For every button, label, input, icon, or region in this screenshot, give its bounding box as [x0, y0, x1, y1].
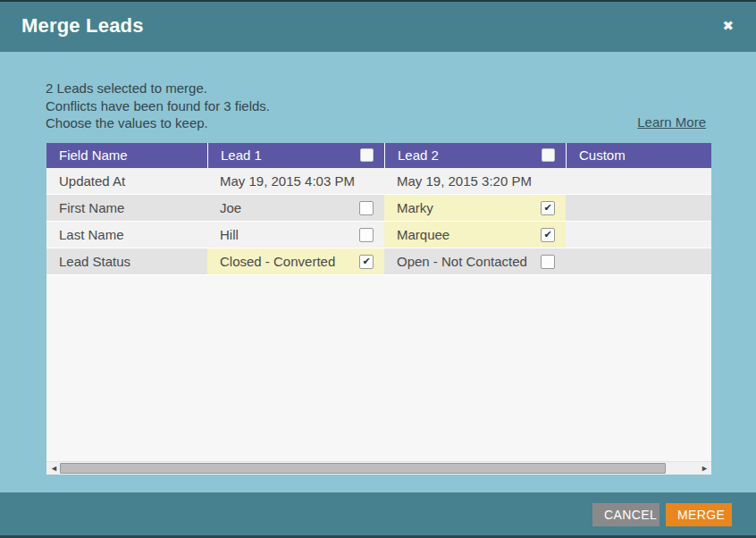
field-name-cell: First Name: [46, 195, 207, 221]
lead1-value-cell: Joe ✔: [207, 195, 384, 221]
column-header-label: Field Name: [59, 147, 128, 163]
custom-value-cell: [566, 195, 711, 221]
field-name-label: First Name: [59, 200, 124, 215]
lead2-value: Marky: [397, 200, 433, 215]
merge-summary: 2 Leads selected to merge. Conflicts hav…: [46, 80, 270, 132]
table-row-lead-status: Lead Status Closed - Converted ✔ Open - …: [46, 248, 711, 275]
field-name-cell: Last Name: [46, 222, 207, 248]
keep-lead2-value-checkbox[interactable]: ✔: [541, 228, 555, 242]
column-header-label: Custom: [579, 147, 626, 163]
cancel-button[interactable]: CANCEL: [592, 503, 659, 526]
custom-value-cell: [566, 248, 711, 274]
table-row-first-name: First Name Joe ✔ Marky ✔: [46, 195, 711, 222]
summary-line-2: Conflicts have been found for 3 fields.: [46, 97, 270, 115]
table-header-row: Field Name Lead 1 ✔ Lead 2 ✔ Custom: [46, 143, 711, 168]
scroll-left-icon[interactable]: ◄: [50, 464, 58, 474]
lead1-value: Closed - Converted: [220, 254, 335, 269]
column-header-label: Lead 2: [398, 147, 439, 163]
lead1-value-cell: Hill ✔: [207, 222, 384, 248]
field-name-label: Last Name: [59, 227, 124, 242]
field-name-label: Updated At: [59, 173, 125, 189]
merge-conflicts-table: Field Name Lead 1 ✔ Lead 2 ✔ Custom Upda: [46, 143, 711, 475]
lead2-value-cell: May 19, 2015 3:20 PM: [384, 168, 566, 194]
lead1-value: Hill: [220, 227, 239, 242]
lead2-value-cell: Open - Not Contacted ✔: [384, 248, 566, 274]
lead2-value-cell: Marky ✔: [384, 195, 566, 221]
table-row-updated-at: Updated At May 19, 2015 4:03 PM May 19, …: [46, 168, 711, 195]
column-header-label: Lead 1: [221, 147, 262, 163]
merge-button[interactable]: MERGE: [666, 503, 732, 526]
keep-lead1-value-checkbox[interactable]: ✔: [359, 228, 374, 242]
check-icon: ✔: [362, 256, 370, 266]
column-header-field-name: Field Name: [46, 143, 207, 168]
horizontal-scrollbar[interactable]: ◄ ►: [46, 461, 711, 475]
close-icon[interactable]: ✖: [722, 19, 734, 32]
keep-lead2-value-checkbox[interactable]: ✔: [541, 201, 555, 215]
custom-value-cell: [566, 222, 711, 248]
dialog-titlebar: Merge Leads ✖: [0, 2, 756, 52]
check-icon: ✔: [543, 203, 551, 213]
keep-lead2-value-checkbox[interactable]: ✔: [541, 255, 555, 269]
select-all-lead2-checkbox[interactable]: ✔: [542, 148, 555, 162]
column-header-custom: Custom: [566, 143, 711, 168]
lead2-value: Marquee: [397, 227, 449, 242]
summary-line-1: 2 Leads selected to merge.: [46, 80, 270, 97]
lead1-value: Joe: [220, 200, 241, 215]
summary-line-3: Choose the values to keep.: [46, 114, 270, 132]
lead1-value-cell: Closed - Converted ✔: [207, 248, 384, 274]
keep-lead1-value-checkbox[interactable]: ✔: [359, 201, 374, 215]
dialog-footer: CANCEL MERGE: [0, 492, 756, 535]
field-name-cell: Lead Status: [46, 248, 207, 274]
select-all-lead1-checkbox[interactable]: ✔: [360, 148, 374, 162]
lead2-value: Open - Not Contacted: [397, 254, 527, 269]
merge-leads-dialog: Merge Leads ✖ 2 Leads selected to merge.…: [0, 0, 756, 538]
lead2-value-cell: Marquee ✔: [384, 222, 566, 248]
field-name-label: Lead Status: [59, 254, 130, 269]
custom-value-cell: [566, 168, 711, 194]
lead2-value: May 19, 2015 3:20 PM: [397, 173, 532, 189]
field-name-cell: Updated At: [46, 168, 207, 194]
lead1-value-cell: May 19, 2015 4:03 PM: [207, 168, 384, 194]
table-row-last-name: Last Name Hill ✔ Marquee ✔: [46, 222, 711, 248]
check-icon: ✔: [543, 230, 551, 240]
learn-more-link[interactable]: Learn More: [637, 114, 706, 130]
column-header-lead2: Lead 2 ✔: [384, 143, 566, 168]
scrollbar-thumb[interactable]: [60, 463, 666, 474]
keep-lead1-value-checkbox[interactable]: ✔: [359, 255, 374, 269]
dialog-title: Merge Leads: [21, 14, 144, 38]
column-header-lead1: Lead 1 ✔: [207, 143, 384, 168]
scroll-right-icon[interactable]: ►: [701, 464, 709, 474]
lead1-value: May 19, 2015 4:03 PM: [220, 173, 355, 189]
